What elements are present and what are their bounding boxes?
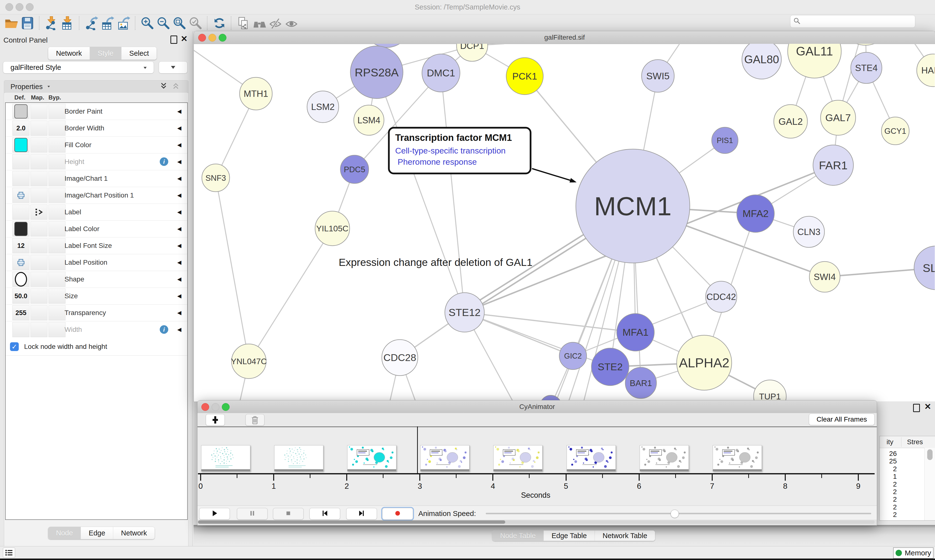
mapping-cell[interactable] [31, 305, 48, 320]
timeline-frame-3[interactable] [420, 445, 469, 471]
network-edge[interactable] [376, 72, 464, 312]
control-panel-close-icon[interactable]: ✕ [181, 35, 188, 42]
column-divider[interactable] [901, 437, 901, 447]
default-value-cell[interactable] [12, 104, 29, 119]
results-cell[interactable]: 26 [880, 450, 897, 458]
bypass-cell[interactable] [48, 121, 65, 136]
skip-end-button[interactable] [346, 508, 377, 520]
bypass-cell[interactable] [48, 188, 65, 203]
network-node-far1[interactable]: FAR1 [813, 145, 853, 185]
export-image-button[interactable] [116, 15, 131, 31]
default-value-cell[interactable] [12, 188, 29, 203]
default-value-cell[interactable] [12, 322, 29, 337]
network-node-swi4[interactable]: SWI4 [809, 262, 840, 292]
bypass-cell[interactable] [48, 272, 65, 287]
default-value-cell[interactable]: 2.0 [12, 121, 29, 136]
default-value-cell[interactable] [12, 205, 29, 220]
style-options-button[interactable] [159, 61, 187, 74]
save-button[interactable] [20, 15, 35, 31]
tab-network-table[interactable]: Network Table [595, 531, 655, 541]
mapping-cell[interactable] [31, 205, 48, 220]
stop-button[interactable] [273, 508, 304, 520]
network-node-bar1[interactable]: BAR1 [625, 367, 656, 398]
network-node-ste4[interactable]: STE4 [851, 52, 882, 83]
bypass-cell[interactable] [48, 255, 65, 270]
default-value-cell[interactable] [12, 171, 29, 186]
network-node-dcp1[interactable]: DCP1 [457, 44, 488, 61]
bypass-cell[interactable] [48, 137, 65, 152]
tab-edge[interactable]: Edge [81, 527, 113, 539]
network-node-mth1[interactable]: MTH1 [239, 77, 272, 110]
network-node-lsm4[interactable]: LSM4 [354, 105, 384, 135]
expand-row-arrow-icon[interactable]: ◀ [177, 321, 181, 338]
zoom-selected-button[interactable] [187, 15, 204, 31]
results-scrollbar[interactable] [924, 448, 935, 520]
results-cell[interactable]: 25 [880, 457, 897, 465]
expand-row-arrow-icon[interactable]: ◀ [177, 204, 181, 220]
tab-edge-table[interactable]: Edge Table [544, 531, 595, 541]
network-node-gcy1[interactable]: GCY1 [881, 117, 909, 145]
search-input[interactable] [804, 17, 909, 26]
column-header-ity[interactable]: ity [880, 438, 893, 446]
timeline-playhead[interactable] [417, 426, 418, 474]
default-value-cell[interactable] [12, 255, 29, 270]
network-canvas[interactable]: Expression change after deletion of GAL1… [194, 44, 935, 402]
network-node-cdc28[interactable]: CDC28 [382, 340, 418, 375]
network-node-gal2[interactable]: GAL2 [774, 105, 807, 138]
timeline-frame-7[interactable] [713, 445, 762, 471]
expand-row-arrow-icon[interactable]: ◀ [177, 288, 181, 304]
expand-row-arrow-icon[interactable]: ◀ [177, 220, 181, 237]
network-node-ste12[interactable]: STE12 [445, 293, 484, 332]
import-table-button[interactable] [59, 15, 76, 31]
results-table-header[interactable]: ity Stres [880, 436, 935, 448]
cyanimator-titlebar[interactable]: CyAnimator [197, 400, 877, 413]
results-cell[interactable]: 2 [880, 495, 897, 503]
export-table-button[interactable] [99, 15, 116, 31]
export-network-button[interactable] [83, 15, 99, 31]
annotation-callout[interactable]: Transcription factor MCM1Cell-type-speci… [389, 128, 576, 182]
expand-row-arrow-icon[interactable]: ◀ [177, 120, 181, 137]
show-details-eye-button[interactable] [284, 15, 299, 31]
default-value-cell[interactable]: 255 [12, 305, 29, 320]
play-button[interactable] [199, 508, 230, 520]
mapping-cell[interactable] [31, 289, 48, 304]
expand-row-arrow-icon[interactable]: ◀ [177, 153, 181, 170]
network-node-cdc42[interactable]: CDC42 [706, 281, 737, 312]
zoom-in-button[interactable] [139, 15, 155, 31]
bypass-cell[interactable] [48, 154, 65, 169]
network-node-gal7[interactable]: GAL7 [821, 100, 856, 135]
import-network-button[interactable] [43, 15, 59, 31]
zoom-out-button[interactable] [155, 15, 171, 31]
mapping-cell[interactable] [31, 121, 48, 136]
tab-network[interactable]: Network [48, 47, 90, 60]
network-window-titlebar[interactable]: galFiltered.sif [194, 31, 935, 44]
collapse-all-icon[interactable] [172, 82, 180, 92]
mapping-cell[interactable] [31, 255, 48, 270]
scrollbar-thumb[interactable] [927, 449, 933, 460]
clear-all-frames-button[interactable]: Clear All Frames [809, 414, 875, 425]
network-node-pis1[interactable]: PIS1 [712, 127, 738, 154]
style-selector-dropdown[interactable]: galFiltered Style [3, 61, 154, 74]
network-node-mfa2[interactable]: MFA2 [737, 195, 774, 232]
expand-row-arrow-icon[interactable]: ◀ [177, 137, 181, 153]
network-node-snf3[interactable]: SNF3 [202, 164, 230, 192]
delete-frame-button[interactable] [245, 414, 264, 426]
skip-start-button[interactable] [310, 508, 340, 520]
animation-speed-slider-thumb[interactable] [671, 510, 679, 518]
bypass-cell[interactable] [48, 171, 65, 186]
memory-button[interactable]: Memory [893, 547, 933, 558]
network-edge[interactable] [216, 178, 249, 361]
expand-row-arrow-icon[interactable]: ◀ [177, 170, 181, 187]
tab-style[interactable]: Style [90, 47, 121, 60]
binoculars-button[interactable] [251, 15, 267, 31]
network-node-ste2[interactable]: STE2 [591, 348, 629, 386]
record-button[interactable] [382, 508, 413, 520]
timeline-frame-6[interactable] [640, 445, 689, 471]
network-node-hap2[interactable]: HAP2 [917, 54, 935, 86]
results-cell[interactable]: 1 [880, 473, 897, 480]
dock-close-icon[interactable]: ✕ [924, 403, 931, 410]
default-value-cell[interactable] [12, 154, 29, 169]
hide-details-eye-button[interactable] [267, 15, 284, 31]
expand-row-arrow-icon[interactable]: ◀ [177, 254, 181, 271]
network-node-rps28a[interactable]: RPS28A [350, 46, 403, 98]
